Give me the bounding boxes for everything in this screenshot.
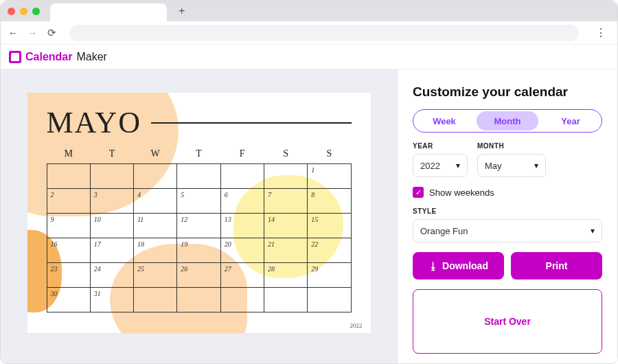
calendar-day-cell: 31 [90, 288, 133, 312]
calendar-day-cell [90, 164, 133, 189]
month-value: May [485, 161, 502, 171]
calendar-footer-year: 2022 [350, 322, 363, 329]
calendar-day-cell: 10 [90, 214, 133, 238]
calendar-sheet: MAYO MTWTFSS 123456789101112131415161718… [27, 93, 371, 333]
chevron-down-icon: ▾ [591, 226, 595, 236]
show-weekends-row[interactable]: ✓ Show weekends [413, 187, 602, 198]
calendar-preview-pane: MAYO MTWTFSS 123456789101112131415161718… [1, 69, 398, 364]
calendar-day-cell: 5 [177, 189, 220, 214]
panel-title: Customize your calendar [413, 84, 602, 100]
month-label: MONTH [477, 142, 546, 150]
calendar-day-cell: 27 [220, 263, 264, 288]
calendar-day-cell: 16 [47, 238, 90, 263]
view-segmented-control: Week Month Year [413, 109, 602, 133]
calendar-day-cell: 14 [264, 214, 307, 238]
window-close-dot[interactable] [8, 8, 15, 15]
chevron-down-icon: ▾ [534, 161, 538, 170]
calendar-day-cell: 2 [47, 189, 90, 214]
reload-icon[interactable]: ⟳ [46, 27, 57, 39]
tab-year[interactable]: Year [540, 110, 602, 132]
show-weekends-checkbox[interactable]: ✓ [413, 187, 424, 198]
calendar-day-cell: 23 [47, 263, 90, 288]
chevron-down-icon: ▾ [456, 161, 460, 170]
calendar-day-cell [47, 164, 90, 189]
calendar-day-cell [134, 288, 177, 312]
brand-name-secondary: Maker [76, 51, 106, 63]
calendar-day-cell [177, 288, 220, 312]
calendar-day-cell: 11 [134, 214, 177, 238]
weekday-header: S [264, 146, 307, 164]
calendar-day-cell: 25 [134, 263, 177, 288]
download-label: Download [442, 260, 488, 271]
year-value: 2022 [420, 161, 440, 171]
calendar-day-cell: 28 [264, 263, 307, 288]
calendar-day-cell [220, 288, 264, 312]
calendar-day-cell: 12 [177, 214, 220, 238]
browser-menu-icon[interactable]: ⋮ [591, 26, 610, 39]
calendar-day-cell: 4 [134, 189, 177, 214]
calendar-day-cell [134, 164, 177, 189]
calendar-day-cell [220, 164, 264, 189]
forward-icon[interactable]: → [27, 27, 38, 38]
calendar-day-cell: 1 [308, 164, 351, 189]
calendar-day-cell: 21 [264, 238, 307, 263]
customize-panel: Customize your calendar Week Month Year … [398, 69, 617, 364]
print-button[interactable]: Print [511, 252, 602, 280]
calendar-day-cell: 20 [220, 238, 264, 263]
browser-tab-bar: + [1, 1, 617, 21]
year-label: YEAR [413, 142, 468, 150]
calendar-day-cell: 7 [264, 189, 307, 214]
calendar-day-cell: 13 [220, 214, 264, 238]
calendar-day-cell [308, 288, 351, 312]
calendar-day-cell: 3 [90, 189, 133, 214]
weekday-header: T [177, 146, 220, 164]
browser-toolbar: ← → ⟳ ⋮ [1, 21, 617, 45]
calendar-grid: MTWTFSS 12345678910111213141516171819202… [47, 146, 352, 312]
weekday-header: F [220, 146, 264, 164]
calendar-month-title: MAYO [47, 105, 141, 140]
calendar-day-cell [177, 164, 220, 189]
calendar-day-cell: 8 [308, 189, 351, 214]
start-over-button[interactable]: Start Over [413, 289, 602, 354]
start-over-label: Start Over [484, 316, 531, 327]
new-tab-button[interactable]: + [179, 5, 185, 17]
window-minimize-dot[interactable] [20, 8, 27, 15]
calendar-day-cell: 18 [134, 238, 177, 263]
calendar-logo-icon [9, 51, 21, 63]
download-button[interactable]: ⭳ Download [413, 252, 504, 280]
weekday-header: M [47, 146, 90, 164]
calendar-day-cell: 6 [220, 189, 264, 214]
calendar-day-cell: 24 [90, 263, 133, 288]
browser-tab[interactable] [50, 3, 167, 21]
calendar-day-cell: 9 [47, 214, 90, 238]
month-select[interactable]: May ▾ [477, 154, 546, 177]
style-select[interactable]: Orange Fun ▾ [413, 219, 602, 242]
calendar-day-cell [264, 288, 307, 312]
print-label: Print [546, 260, 568, 271]
url-input[interactable] [69, 25, 579, 41]
tab-month[interactable]: Month [477, 111, 538, 130]
show-weekends-label: Show weekends [429, 187, 494, 198]
window-maximize-dot[interactable] [32, 8, 40, 15]
weekday-header: S [308, 146, 351, 164]
calendar-day-cell: 19 [177, 238, 220, 263]
calendar-day-cell: 29 [308, 263, 351, 288]
calendar-day-cell: 17 [90, 238, 133, 263]
tab-week[interactable]: Week [413, 110, 475, 132]
calendar-day-cell: 26 [177, 263, 220, 288]
title-underline [151, 122, 352, 124]
calendar-day-cell [264, 164, 307, 189]
calendar-day-cell: 30 [47, 288, 90, 312]
style-value: Orange Fun [420, 226, 468, 236]
main-area: MAYO MTWTFSS 123456789101112131415161718… [1, 69, 617, 364]
download-icon: ⭳ [428, 260, 438, 271]
weekday-header: W [134, 146, 177, 164]
back-icon[interactable]: ← [8, 27, 19, 38]
year-select[interactable]: 2022 ▾ [413, 154, 468, 177]
calendar-day-cell: 15 [308, 214, 351, 238]
style-label: STYLE [413, 207, 602, 215]
brand-name-primary: Calendar [25, 51, 72, 63]
weekday-header: T [90, 146, 133, 164]
app-header: Calendar Maker [1, 45, 617, 69]
calendar-day-cell: 22 [308, 238, 351, 263]
